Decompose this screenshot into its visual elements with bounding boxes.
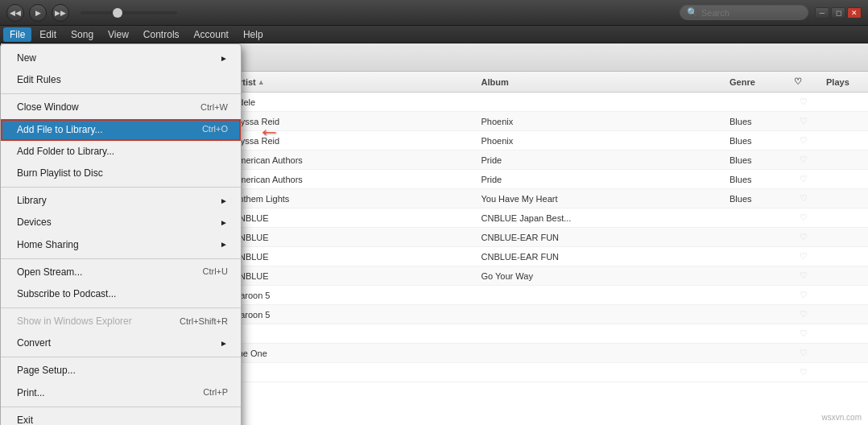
cell-artist [226, 365, 475, 380]
cell-album: CNBLUE-EAR FUN [475, 249, 724, 264]
sort-icon: ▲ [258, 78, 265, 86]
separator5 [1, 357, 241, 357]
separator6 [1, 406, 241, 407]
submenu-arrow5: ► [220, 337, 228, 350]
menu-edit[interactable]: Edit [33, 27, 63, 42]
cell-plays [820, 171, 868, 187]
menu-add-folder[interactable]: Add Folder to Library... [1, 141, 241, 163]
cell-album [475, 94, 724, 109]
play-button[interactable]: ▶ [29, 4, 47, 22]
close-button[interactable]: ✕ [847, 7, 862, 19]
menu-home-sharing[interactable]: Home Sharing ► [1, 234, 241, 256]
cell-plays [820, 191, 868, 206]
forward-button[interactable]: ▶▶ [52, 4, 69, 22]
cell-artist: Anthem Lights [226, 191, 475, 206]
menu-account[interactable]: Account [188, 27, 235, 42]
col-artist[interactable]: Artist ▲ [226, 75, 475, 89]
cell-artist: Alyssa Reid [226, 113, 475, 129]
cell-heart: ♡ [787, 152, 820, 167]
separator [1, 93, 241, 94]
menu-view[interactable]: View [101, 27, 135, 42]
cell-artist: CNBLUE [226, 210, 475, 225]
menu-controls[interactable]: Controls [137, 27, 186, 42]
menu-convert[interactable]: Convert ► [1, 332, 241, 354]
menu-edit-rules[interactable]: Edit Rules [1, 69, 241, 91]
minimize-button[interactable]: ─ [815, 7, 829, 19]
menu-library[interactable]: Library ► [1, 190, 241, 212]
col-genre[interactable]: Genre [723, 75, 787, 89]
cell-genre: Blues [723, 171, 787, 187]
cell-album: You Have My Heart [475, 191, 724, 206]
file-dropdown-menu: New ► Edit Rules Close Window Ctrl+W Add… [0, 43, 242, 425]
cell-plays [820, 133, 868, 148]
cell-album: Pride [475, 152, 724, 167]
rewind-button[interactable]: ◀◀ [6, 4, 24, 22]
cell-album [475, 365, 724, 380]
search-input[interactable] [701, 8, 798, 18]
menu-file[interactable]: File [3, 27, 31, 42]
submenu-arrow3: ► [220, 217, 228, 229]
cell-artist: Maroon 5 [226, 307, 475, 322]
cell-album: Phoenix [475, 113, 724, 129]
cell-album: Go Your Way [475, 268, 724, 283]
cell-album [475, 345, 724, 361]
title-bar: ◀◀ ▶ ▶▶ 🔍 ─ ◻ ✕ [0, 0, 868, 26]
separator3 [1, 258, 241, 259]
menu-page-setup[interactable]: Page Setup... [1, 360, 241, 382]
shortcut-add-file: Ctrl+O [202, 122, 228, 137]
search-box[interactable]: 🔍 [680, 5, 808, 20]
menu-exit[interactable]: Exit [1, 410, 241, 425]
cell-genre [723, 345, 787, 361]
col-plays[interactable]: Plays [820, 75, 868, 89]
cell-plays [820, 249, 868, 264]
cell-artist: Alyssa Reid [226, 133, 475, 148]
cell-genre [723, 94, 787, 109]
col-heart[interactable]: ♡ [787, 75, 820, 89]
cell-plays [820, 94, 868, 109]
cell-genre [723, 365, 787, 380]
cell-heart: ♡ [787, 171, 820, 187]
cell-heart: ♡ [787, 94, 820, 109]
cell-heart: ♡ [787, 345, 820, 361]
search-icon: 🔍 [687, 7, 698, 18]
cell-genre: Blues [723, 133, 787, 148]
shortcut-close: Ctrl+W [200, 101, 228, 115]
menu-close-window[interactable]: Close Window Ctrl+W [1, 97, 241, 118]
cell-artist: CNBLUE [226, 268, 475, 283]
cell-genre [723, 210, 787, 225]
cell-plays [820, 326, 868, 341]
cell-plays [820, 210, 868, 225]
menu-subscribe-podcast[interactable]: Subscribe to Podcast... [1, 283, 241, 305]
cell-heart: ♡ [787, 307, 820, 322]
menu-open-stream[interactable]: Open Stream... Ctrl+U [1, 262, 241, 283]
menu-print[interactable]: Print... Ctrl+P [1, 382, 241, 404]
maximize-button[interactable]: ◻ [831, 7, 845, 19]
menu-devices[interactable]: Devices ► [1, 212, 241, 233]
cell-plays [820, 152, 868, 167]
menu-bar: File Edit Song View Controls Account Hel… [0, 26, 868, 43]
menu-burn-playlist[interactable]: Burn Playlist to Disc [1, 163, 241, 184]
separator2 [1, 187, 241, 188]
watermark: wsxvn.com [822, 413, 862, 422]
window-controls: ─ ◻ ✕ [815, 7, 862, 19]
cell-heart: ♡ [787, 191, 820, 206]
cell-album [475, 287, 724, 303]
cell-genre [723, 249, 787, 264]
cell-heart: ♡ [787, 326, 820, 341]
progress-thumb[interactable] [113, 8, 122, 18]
col-album[interactable]: Album [475, 75, 724, 89]
menu-song[interactable]: Song [64, 27, 100, 42]
cell-heart: ♡ [787, 249, 820, 264]
playback-controls: ◀◀ ▶ ▶▶ [6, 4, 184, 22]
cell-plays [820, 345, 868, 361]
cell-genre: Blues [723, 191, 787, 206]
progress-bar[interactable] [81, 11, 177, 14]
submenu-arrow: ► [220, 52, 228, 65]
menu-new[interactable]: New ► [1, 47, 241, 69]
cell-genre: Blues [723, 113, 787, 129]
cell-genre [723, 287, 787, 303]
menu-add-file[interactable]: Add File to Library... Ctrl+O [1, 119, 241, 141]
cell-artist: Adele [226, 94, 475, 109]
menu-help[interactable]: Help [237, 27, 270, 42]
cell-album: CNBLUE Japan Best... [475, 210, 724, 225]
